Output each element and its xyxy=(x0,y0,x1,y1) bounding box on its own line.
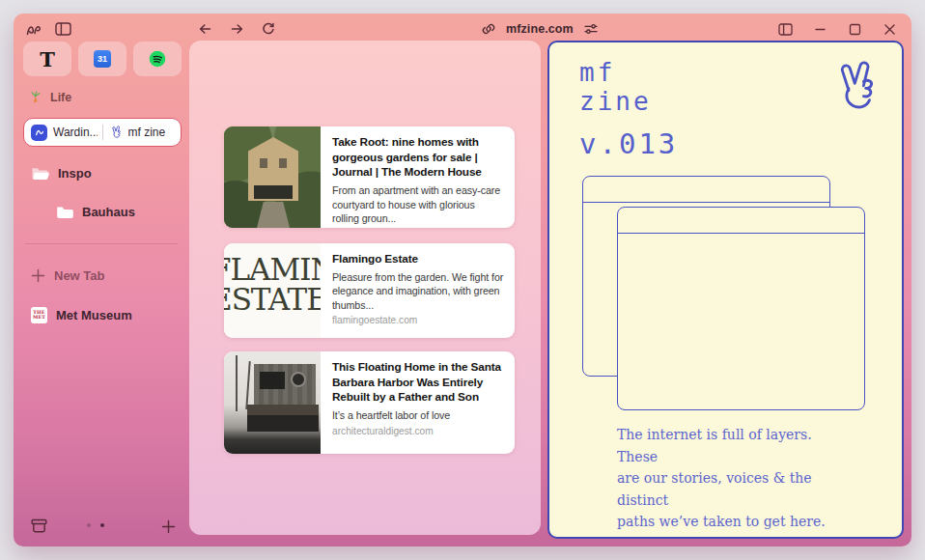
close-button[interactable] xyxy=(880,19,899,39)
card-title: Take Root: nine homes with gorgeous gard… xyxy=(332,135,504,181)
folder-inspo-label: Inspo xyxy=(58,166,92,181)
forward-button[interactable] xyxy=(227,19,246,39)
webpage-mfzine: mfzine v.013 The internet is full of lay… xyxy=(547,41,904,539)
plus-icon xyxy=(31,268,45,283)
link-icon xyxy=(479,19,498,39)
sidebar-divider xyxy=(25,243,178,244)
folder-inspo[interactable]: Inspo xyxy=(23,158,182,187)
space-dot-active[interactable] xyxy=(100,523,104,527)
space-indicator-dots[interactable] xyxy=(87,523,104,527)
url-bar[interactable]: mfzine.com xyxy=(479,19,601,39)
card-title: This Floating Home in the Santa Barbara … xyxy=(332,360,504,406)
nyt-icon: T xyxy=(40,49,55,70)
tab-wardin-label: Wardin... xyxy=(53,126,98,139)
link-card-modern-house[interactable]: Take Root: nine homes with gorgeous gard… xyxy=(224,126,515,228)
link-card-flamingo-estate[interactable]: FLAMINGOESTATE Flamingo Estate Pleasure … xyxy=(224,243,515,338)
site-brand: mfzine xyxy=(579,58,652,117)
link-card-floating-home[interactable]: This Floating Home in the Santa Barbara … xyxy=(224,351,515,454)
arc-logo-icon[interactable] xyxy=(24,19,43,39)
app-tile-nyt[interactable]: T xyxy=(23,42,71,76)
folder-icon xyxy=(56,205,73,219)
tab-met-museum[interactable]: THEMET Met Museum xyxy=(23,300,182,329)
app-tile-spotify[interactable] xyxy=(133,42,182,76)
folder-bauhaus[interactable]: Bauhaus xyxy=(23,197,182,226)
space-title-life[interactable]: Life xyxy=(29,91,71,104)
back-button[interactable] xyxy=(195,19,214,39)
wardin-favicon xyxy=(31,125,47,141)
split-view-button[interactable] xyxy=(775,19,795,39)
plant-icon xyxy=(29,91,42,104)
space-label: Life xyxy=(50,91,71,104)
new-tab-label: New Tab xyxy=(54,268,105,283)
app-tile-calendar[interactable]: 31 xyxy=(78,42,126,76)
card-description: Pleasure from the garden. We fight for e… xyxy=(332,270,504,312)
card-domain: architecturaldigest.com xyxy=(332,426,504,436)
google-calendar-icon: 31 xyxy=(94,50,111,68)
maximize-button[interactable] xyxy=(845,19,864,39)
active-split-tab: Wardin... mf zine xyxy=(23,118,182,147)
archive-button[interactable] xyxy=(29,517,48,536)
peace-hand-icon xyxy=(832,56,881,118)
window-outline-front xyxy=(617,207,865,410)
card-image-garden xyxy=(224,126,321,228)
pinned-app-tiles: T 31 xyxy=(23,42,182,76)
card-description: From an apartment with an easy-care cour… xyxy=(332,183,504,225)
tab-mf-zine[interactable]: mf zine xyxy=(103,125,182,140)
tab-met-museum-label: Met Museum xyxy=(56,308,132,322)
card-title: Flamingo Estate xyxy=(332,252,504,267)
sidebar-toggle-icon[interactable] xyxy=(53,19,72,39)
tune-icon[interactable] xyxy=(581,19,601,39)
peace-favicon xyxy=(110,125,123,140)
site-version: v.013 xyxy=(579,127,678,160)
met-museum-favicon: THEMET xyxy=(31,307,47,323)
site-tagline: The internet is full of layers. These ar… xyxy=(617,424,826,533)
new-tab-button[interactable]: New Tab xyxy=(23,261,182,290)
card-description: It’s a heartfelt labor of love xyxy=(332,408,504,422)
space-dot-inactive[interactable] xyxy=(87,523,91,527)
spotify-icon xyxy=(149,50,166,68)
card-domain: flamingoestate.com xyxy=(332,315,504,325)
refresh-button[interactable] xyxy=(259,19,278,39)
feed-panel: Take Root: nine homes with gorgeous gard… xyxy=(189,41,541,535)
new-tab-plus-button[interactable] xyxy=(158,517,178,536)
tab-wardin[interactable]: Wardin... xyxy=(24,125,102,141)
tab-mf-zine-label: mf zine xyxy=(128,126,166,139)
card-image-flamingo-logotype: FLAMINGOESTATE xyxy=(224,243,321,338)
browser-window: mfzine.com T 31 xyxy=(14,14,911,546)
folder-bauhaus-label: Bauhaus xyxy=(82,205,135,219)
card-image-harbor xyxy=(224,351,321,454)
url-text[interactable]: mfzine.com xyxy=(506,22,574,36)
open-folder-icon xyxy=(31,165,49,181)
minimize-button[interactable] xyxy=(810,19,829,39)
